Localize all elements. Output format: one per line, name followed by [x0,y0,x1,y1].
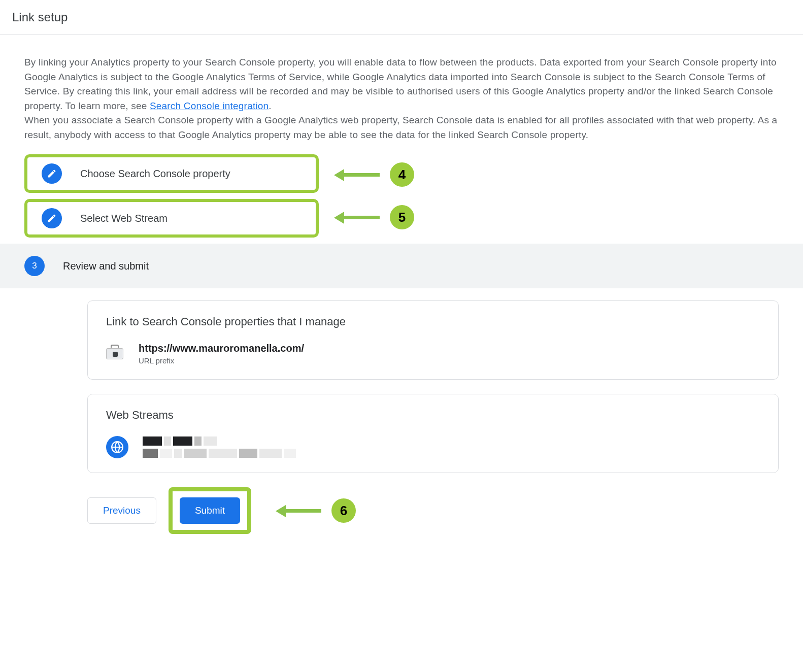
web-stream-row [106,436,760,458]
webstreams-title: Web Streams [106,409,760,422]
step-3-number: 3 [24,256,45,276]
intro-paragraph: By linking your Analytics property to yo… [24,55,779,142]
annotation-5: 5 [334,205,414,229]
step-1-choose-property[interactable]: Choose Search Console property [24,154,319,193]
annotation-badge-5: 5 [390,205,414,229]
page-title: Link setup [12,10,791,24]
console-property-row: https://www.mauroromanella.com/ URL pref… [106,343,760,365]
step-3-label: Review and submit [63,260,149,272]
search-console-icon [106,345,124,363]
arrow-icon [334,171,380,179]
console-card-title: Link to Search Console properties that I… [106,315,760,328]
edit-icon [42,163,62,184]
step-3-review-submit: 3 Review and submit [0,244,803,288]
arrow-icon [334,213,380,221]
button-row: Previous Submit 6 [87,487,779,534]
previous-button[interactable]: Previous [87,497,156,524]
edit-icon [42,208,62,228]
steps-container: Choose Search Console property 4 Select … [24,154,779,534]
property-info: https://www.mauroromanella.com/ URL pref… [139,343,304,365]
submit-highlight: Submit [169,487,251,534]
globe-icon [106,436,128,458]
main-content: By linking your Analytics property to yo… [0,35,803,550]
property-url: https://www.mauroromanella.com/ [139,343,304,354]
annotation-6: 6 [276,498,356,523]
step-1-label: Choose Search Console property [80,168,230,180]
annotation-badge-6: 6 [331,498,356,523]
review-panel: Link to Search Console properties that I… [87,300,779,534]
intro-paragraph2: When you associate a Search Console prop… [24,115,777,140]
intro-text-part2: . [269,100,271,111]
submit-button[interactable]: Submit [180,497,240,524]
property-type: URL prefix [139,356,304,365]
step-2-label: Select Web Stream [80,213,168,224]
search-console-integration-link[interactable]: Search Console integration [150,100,269,111]
arrow-icon [276,507,321,515]
console-property-card: Link to Search Console properties that I… [87,300,779,380]
annotation-badge-4: 4 [390,162,414,187]
annotation-4: 4 [334,162,414,187]
page-header: Link setup [0,0,803,35]
web-stream-redacted-info [143,436,296,458]
intro-text-part1: By linking your Analytics property to yo… [24,57,777,111]
step-2-select-web-stream[interactable]: Select Web Stream [24,199,319,238]
web-streams-card: Web Streams [87,394,779,473]
